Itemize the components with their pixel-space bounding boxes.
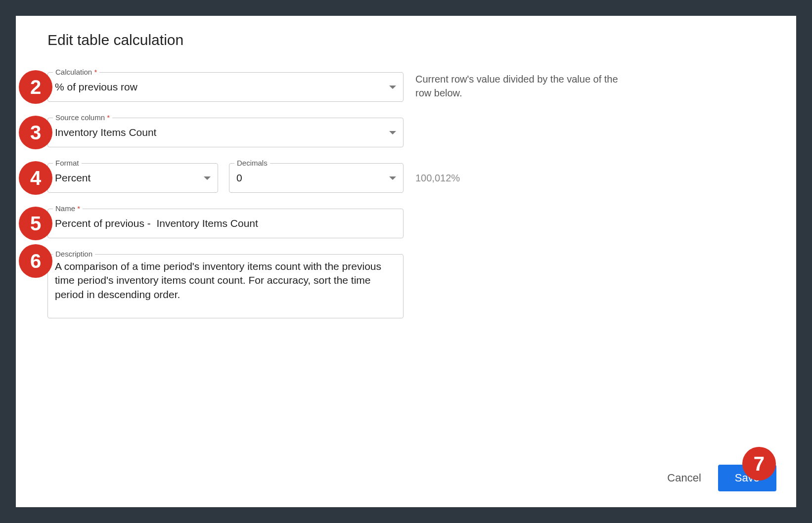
source-column-select[interactable]: Source column * Inventory Items Count: [47, 118, 404, 147]
source-column-value: Inventory Items Count: [55, 127, 385, 138]
decimals-select[interactable]: Decimals 0: [229, 163, 404, 193]
description-label: Description: [53, 250, 95, 258]
format-preview: 100,012%: [404, 163, 460, 193]
decimals-value: 0: [236, 172, 385, 184]
annotation-badge-7: 7: [742, 447, 776, 480]
cancel-button[interactable]: Cancel: [664, 467, 704, 489]
decimals-label: Decimals: [234, 159, 270, 167]
calculation-select[interactable]: Calculation * % of previous row: [47, 72, 404, 102]
description-field-wrap: Description: [47, 254, 404, 318]
annotation-badge-4: 4: [19, 161, 52, 195]
chevron-down-icon: [389, 86, 396, 89]
chevron-down-icon: [389, 131, 396, 134]
source-column-label: Source column *: [53, 113, 112, 122]
description-input[interactable]: [55, 255, 396, 304]
format-label: Format: [53, 159, 82, 167]
dialog-actions: Cancel 7 Save: [664, 465, 776, 491]
calculation-value: % of previous row: [55, 81, 385, 93]
edit-table-calculation-dialog: Edit table calculation 2 Calculation * %…: [16, 16, 796, 507]
annotation-badge-5: 5: [19, 207, 52, 240]
format-value: Percent: [55, 172, 200, 184]
annotation-badge-3: 3: [19, 116, 52, 149]
format-select[interactable]: Format Percent: [47, 163, 218, 193]
name-field-wrap: Name *: [47, 209, 404, 238]
annotation-badge-2: 2: [19, 70, 52, 104]
chevron-down-icon: [204, 176, 211, 180]
name-label: Name *: [53, 204, 83, 213]
annotation-badge-6: 6: [19, 244, 52, 278]
dialog-title: Edit table calculation: [47, 32, 765, 48]
calculation-helper: Current row's value divided by the value…: [404, 72, 631, 100]
chevron-down-icon: [389, 176, 396, 180]
calculation-label: Calculation *: [53, 68, 99, 76]
name-input[interactable]: [55, 218, 396, 229]
